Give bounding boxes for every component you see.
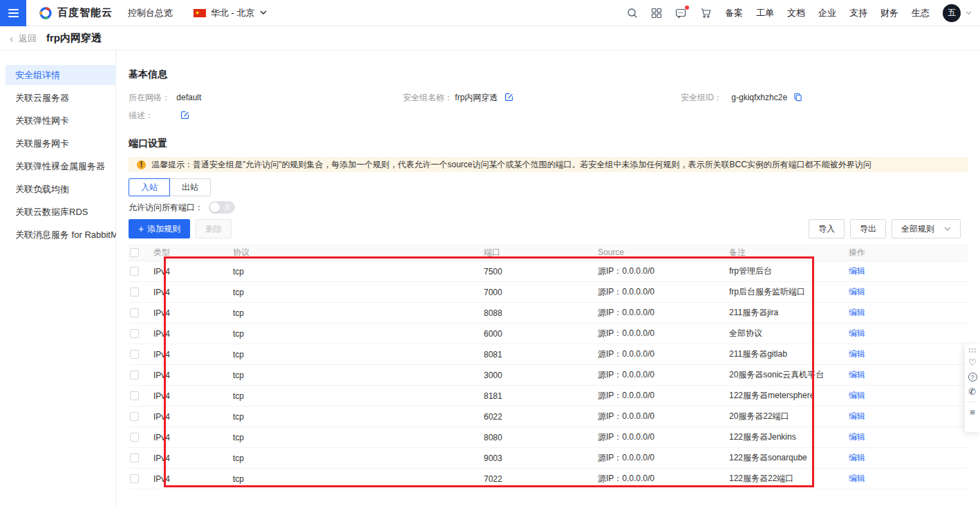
cell-action: 编辑 [849, 328, 968, 339]
row-checkbox[interactable] [130, 391, 139, 400]
sidebar-item[interactable]: 关联消息服务 for RabbitMQ [6, 225, 116, 245]
baidu-cloud-logo[interactable]: 百度智能云 [39, 6, 113, 20]
rules-filter-value: 全部规则 [901, 223, 934, 235]
drag-handle-icon[interactable] [968, 348, 977, 353]
basic-info-row-1: 所在网络： default 安全组名称： frp内网穿透 安全组ID： g-gk… [116, 91, 980, 104]
cell-type: IPv4 [153, 391, 233, 401]
edit-link[interactable]: 编辑 [849, 266, 865, 276]
search-icon[interactable] [627, 8, 638, 19]
row-checkbox[interactable] [130, 350, 139, 359]
breadcrumb: ‹ 返回 frp内网穿透 [0, 27, 980, 50]
cell-protocol: tcp [233, 453, 484, 463]
apps-grid-icon[interactable] [651, 8, 662, 19]
top-nav-link[interactable]: 财务 [880, 7, 898, 19]
row-checkbox-cell [129, 433, 153, 442]
edit-link[interactable]: 编辑 [849, 370, 865, 380]
contact-phone-icon[interactable]: ✆ [969, 387, 977, 396]
row-checkbox[interactable] [130, 474, 139, 483]
sidebar-item[interactable]: 安全组详情 [6, 65, 116, 85]
edit-link[interactable]: 编辑 [849, 287, 865, 297]
sidebar-item[interactable]: 关联弹性裸金属服务器 [6, 156, 116, 176]
user-avatar[interactable]: 五 [943, 4, 961, 22]
plus-icon: + [138, 224, 144, 234]
row-checkbox[interactable] [130, 412, 139, 421]
allow-all-ports-toggle[interactable]: 关 [209, 201, 235, 214]
cell-source: 源IP：0.0.0.0/0 [598, 411, 729, 422]
row-checkbox[interactable] [130, 308, 139, 317]
cart-icon[interactable] [700, 8, 712, 19]
logo-text: 百度智能云 [57, 6, 113, 19]
delete-button[interactable]: 删除 [196, 219, 232, 238]
cell-action: 编辑 [849, 452, 968, 464]
cell-note: 122服务器metersphere [729, 390, 849, 402]
cell-port: 3000 [484, 371, 598, 380]
row-checkbox[interactable] [130, 453, 139, 462]
top-nav-link[interactable]: 生态 [912, 7, 930, 19]
rules-toolbar-right: 导入 导出 全部规则 [809, 219, 961, 238]
top-nav-link[interactable]: 支持 [849, 7, 867, 19]
add-rule-button[interactable]: + 添加规则 [129, 219, 190, 238]
cell-type: IPv4 [153, 412, 233, 422]
import-button[interactable]: 导入 [809, 219, 845, 238]
cell-action: 编辑 [849, 307, 968, 319]
sidebar-item[interactable]: 关联负载均衡 [6, 179, 116, 199]
cell-action: 编辑 [849, 390, 968, 402]
console-overview-link[interactable]: 控制台总览 [128, 7, 173, 19]
top-nav-link[interactable]: 文档 [787, 7, 805, 19]
sidebar-item[interactable]: 关联服务网卡 [6, 133, 116, 153]
edit-link[interactable]: 编辑 [849, 349, 865, 359]
tab-outbound[interactable]: 出站 [169, 178, 211, 196]
sidebar-item[interactable]: 关联云服务器 [6, 88, 116, 108]
row-checkbox-cell [129, 267, 153, 276]
row-checkbox[interactable] [130, 433, 139, 442]
edit-link[interactable]: 编辑 [849, 474, 865, 483]
table-body: IPv4tcp7500源IP：0.0.0.0/0frp管理后台编辑IPv4tcp… [129, 261, 968, 489]
edit-link[interactable]: 编辑 [849, 411, 865, 421]
toggle-knob [210, 203, 220, 212]
cell-note: 20服务器sonic云真机平台 [729, 369, 849, 381]
row-checkbox[interactable] [130, 288, 139, 297]
help-icon[interactable]: ? [968, 373, 977, 382]
edit-link[interactable]: 编辑 [849, 328, 865, 338]
edit-link[interactable]: 编辑 [849, 432, 865, 442]
row-checkbox[interactable] [130, 371, 139, 380]
row-checkbox[interactable] [130, 329, 139, 338]
cell-port: 8081 [484, 350, 598, 359]
cell-action: 编辑 [849, 473, 968, 485]
top-nav-link[interactable]: 工单 [756, 7, 774, 19]
direction-tabs: 入站 出站 [129, 178, 211, 196]
cell-port: 9003 [484, 453, 598, 463]
cell-port: 6022 [484, 412, 598, 422]
field-network-value: default [176, 93, 201, 102]
field-id-label: 安全组ID： [681, 91, 729, 104]
chevron-down-icon [260, 10, 267, 15]
region-selector[interactable]: ★ 华北 - 北京 [194, 7, 267, 19]
sidebar-item[interactable]: 关联弹性网卡 [6, 111, 116, 131]
edit-link[interactable]: 编辑 [849, 453, 865, 462]
select-all-checkbox[interactable] [130, 248, 139, 257]
export-button[interactable]: 导出 [850, 219, 886, 238]
rules-table: 类型协议端口Source备注操作 IPv4tcp7500源IP：0.0.0.0/… [129, 244, 968, 489]
edit-desc-icon[interactable] [180, 111, 189, 120]
copy-id-icon[interactable] [793, 93, 802, 102]
edit-link[interactable]: 编辑 [849, 308, 865, 317]
header-cell: 类型 [153, 247, 233, 259]
tab-inbound[interactable]: 入站 [129, 178, 170, 196]
top-nav-links: 备案工单文档企业支持财务生态 [725, 7, 930, 19]
edit-name-icon[interactable] [505, 93, 513, 102]
row-checkbox[interactable] [130, 267, 139, 276]
edit-link[interactable]: 编辑 [849, 391, 865, 400]
cell-source: 源IP：0.0.0.0/0 [598, 348, 729, 360]
sidebar: 安全组详情关联云服务器关联弹性网卡关联服务网卡关联弹性裸金属服务器关联负载均衡关… [0, 50, 116, 506]
top-nav-link[interactable]: 备案 [725, 7, 743, 19]
survey-icon[interactable]: ≡ [970, 408, 975, 417]
field-network: 所在网络： default [129, 91, 201, 104]
table-row: IPv4tcp7500源IP：0.0.0.0/0frp管理后台编辑 [129, 261, 968, 282]
favorite-heart-icon[interactable]: ♡ [968, 358, 977, 367]
back-link[interactable]: 返回 [19, 32, 37, 45]
sidebar-item[interactable]: 关联云数据库RDS [6, 202, 116, 222]
hamburger-menu-button[interactable] [0, 0, 26, 26]
rules-filter-select[interactable]: 全部规则 [892, 219, 961, 238]
messages-icon[interactable] [675, 8, 687, 19]
top-nav-link[interactable]: 企业 [818, 7, 836, 19]
